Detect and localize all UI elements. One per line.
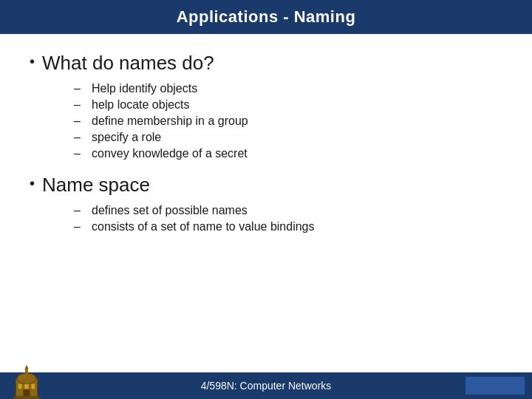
sub-bullet-2-1: – defines set of possible names [74, 204, 502, 217]
sub-bullet-2-2-text: consists of a set of name to value bindi… [92, 220, 315, 233]
sub-bullet-1-5: – convey knowledge of a secret [74, 147, 502, 160]
sub-bullet-1-3-text: define membership in a group [92, 115, 248, 128]
dash-1-4: – [74, 131, 84, 144]
sub-bullet-1-4: – specify a role [74, 131, 502, 144]
footer-right-block [466, 377, 525, 395]
sub-bullet-2-1-text: defines set of possible names [92, 204, 248, 217]
slide: Applications - Naming • What do names do… [0, 0, 532, 399]
dash-2-1: – [74, 204, 84, 217]
bullet-2-subitems: – defines set of possible names – consis… [74, 204, 502, 233]
bullet-1-text: What do names do? [42, 52, 214, 75]
slide-content: • What do names do? – Help identify obje… [0, 34, 532, 372]
bullet-2: • Name space [30, 174, 502, 197]
sub-bullet-1-4-text: specify a role [92, 131, 161, 144]
sub-bullet-1-2-text: help locate objects [92, 98, 190, 112]
svg-marker-3 [24, 365, 29, 369]
svg-rect-4 [18, 384, 22, 389]
sub-bullet-1-5-text: convey knowledge of a secret [92, 147, 248, 160]
bullet-1-dot: • [30, 53, 35, 70]
sub-bullet-1-1: – Help identify objects [74, 82, 502, 95]
sub-bullet-1-3: – define membership in a group [74, 115, 502, 128]
dash-1-3: – [74, 115, 84, 128]
bullet-1-subitems: – Help identify objects – help locate ob… [74, 82, 502, 160]
bullet-2-dot: • [30, 175, 35, 192]
dash-1-2: – [74, 98, 84, 112]
bullet-1: • What do names do? [30, 52, 502, 75]
dash-2-2: – [74, 220, 84, 233]
header-title: Applications - Naming [177, 7, 356, 26]
bullet-2-text: Name space [42, 174, 150, 197]
svg-rect-5 [24, 384, 29, 389]
slide-footer: 4/598N: Computer Networks [0, 372, 532, 399]
sub-bullet-1-2: – help locate objects [74, 98, 502, 112]
svg-rect-7 [23, 389, 30, 396]
sub-bullet-1-1-text: Help identify objects [92, 82, 197, 95]
logo-icon [9, 364, 44, 399]
slide-header: Applications - Naming [0, 0, 532, 34]
sub-bullet-2-2: – consists of a set of name to value bin… [74, 220, 502, 233]
dash-1-5: – [74, 147, 84, 160]
svg-rect-8 [14, 396, 38, 398]
footer-text: 4/598N: Computer Networks [201, 380, 332, 392]
svg-rect-2 [25, 368, 28, 379]
dash-1-1: – [74, 82, 84, 95]
svg-rect-6 [31, 384, 35, 389]
footer-logo [7, 361, 46, 399]
